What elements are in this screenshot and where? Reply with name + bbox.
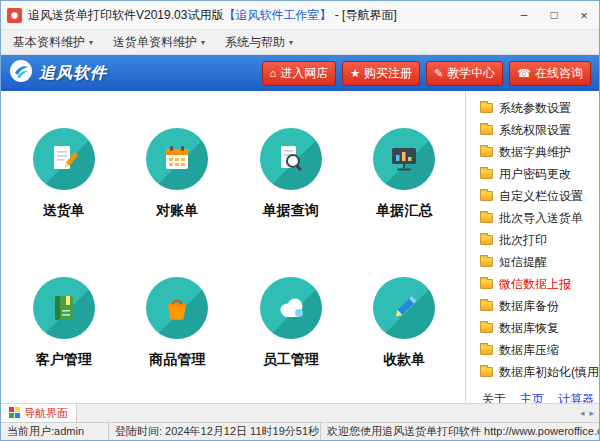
tile-document-query[interactable]: 单据查询 [234,99,348,248]
tile-customer-management[interactable]: 客户管理 [7,248,121,397]
tabbar: 导航界面 ◂ ▸ [1,403,599,422]
customer-management-icon [33,277,95,339]
button-label: 在线咨询 [535,65,583,82]
toolbar: 追风软件 ⌂ 进入网店 ★ 购买注册 ✎ 教学中心 ☎ 在线咨询 [1,55,599,91]
menu-label: 基本资料维护 [13,34,85,51]
folder-icon [480,147,493,157]
tile-delivery-note[interactable]: 送货单 [7,99,121,248]
employee-management-icon [260,277,322,339]
sidebar-item-db-compress[interactable]: 数据库压缩 [466,339,599,361]
folder-icon [480,257,493,267]
status-login-time: 登陆时间: 2024年12月12日 11时19分51秒 [109,423,321,440]
menu-delivery-note-data-maintenance[interactable]: 送货单资料维护 ▾ [103,30,215,54]
register-icon: ★ [350,68,360,79]
tab-scroll-left-icon[interactable]: ◂ [580,408,585,418]
window-title-doc: - [导航界面] [331,8,396,22]
tile-label: 单据汇总 [376,202,432,220]
support-icon: ☎ [517,68,531,79]
sidebar-item-system-permissions[interactable]: 系统权限设置 [466,119,599,141]
tab-scroll-controls: ◂ ▸ [580,404,599,422]
tile-label: 对账单 [156,202,198,220]
sidebar-item-user-password[interactable]: 用户密码更改 [466,163,599,185]
sidebar-item-custom-fields[interactable]: 自定义栏位设置 [466,185,599,207]
statement-icon [146,128,208,190]
sidebar-item-system-parameters[interactable]: 系统参数设置 [466,97,599,119]
buy-register-button[interactable]: ★ 购买注册 [342,61,420,86]
chevron-down-icon: ▾ [289,38,293,47]
product-management-icon [146,277,208,339]
folder-icon [480,279,493,289]
menu-label: 系统与帮助 [225,34,285,51]
menubar: 基本资料维护 ▾ 送货单资料维护 ▾ 系统与帮助 ▾ [1,30,599,55]
button-label: 进入网店 [280,65,328,82]
status-welcome-message: 欢迎您使用追风送货单打印软件 http://www.poweroffice.co… [321,423,599,440]
folder-icon [480,103,493,113]
document-query-icon [260,128,322,190]
brand-name: 追风软件 [39,63,107,84]
folder-icon [480,125,493,135]
window-controls: – □ × [509,1,599,29]
tab-navigation[interactable]: 导航界面 [1,404,77,422]
app-window: 追风送货单打印软件V2019.03试用版【追风软件工作室】 - [导航界面] –… [0,0,600,441]
toolbar-buttons: ⌂ 进入网店 ★ 购买注册 ✎ 教学中心 ☎ 在线咨询 [262,61,591,86]
online-support-button[interactable]: ☎ 在线咨询 [509,61,591,86]
sidebar-item-sms-reminder[interactable]: 短信提醒 [466,251,599,273]
folder-icon [480,345,493,355]
tile-label: 商品管理 [149,351,205,369]
content: 送货单 对账单 [1,91,599,403]
tile-receipt[interactable]: 收款单 [348,248,462,397]
shop-icon: ⌂ [270,68,277,79]
tile-label: 送货单 [43,202,85,220]
statusbar: 当前用户:admin 登陆时间: 2024年12月12日 11时19分51秒 欢… [1,422,599,440]
app-icon [7,8,22,23]
folder-icon [480,213,493,223]
menu-label: 送货单资料维护 [113,34,197,51]
tile-employee-management[interactable]: 员工管理 [234,248,348,397]
brand-logo-icon [9,59,33,87]
folder-icon [480,191,493,201]
menu-basic-data-maintenance[interactable]: 基本资料维护 ▾ [3,30,103,54]
maximize-button[interactable]: □ [539,1,569,29]
titlebar: 追风送货单打印软件V2019.03试用版【追风软件工作室】 - [导航界面] –… [1,1,599,30]
receipt-icon [373,277,435,339]
tile-label: 员工管理 [263,351,319,369]
tile-statement[interactable]: 对账单 [121,99,235,248]
folder-icon [480,367,493,377]
navigation-tab-icon [9,407,20,420]
sidebar-item-batch-print[interactable]: 批次打印 [466,229,599,251]
sidebar-item-db-restore[interactable]: 数据库恢复 [466,317,599,339]
menu-system-help[interactable]: 系统与帮助 ▾ [215,30,303,54]
sidebar-item-wechat-report[interactable]: 微信数据上报 [466,273,599,295]
tile-label: 客户管理 [36,351,92,369]
folder-icon [480,323,493,333]
learning-center-button[interactable]: ✎ 教学中心 [426,61,503,86]
sidebar-item-batch-import[interactable]: 批次导入送货单 [466,207,599,229]
chevron-down-icon: ▾ [89,38,93,47]
learning-icon: ✎ [434,68,443,79]
folder-icon [480,235,493,245]
tab-label: 导航界面 [24,406,68,421]
window-title: 追风送货单打印软件V2019.03试用版【追风软件工作室】 - [导航界面] [28,7,509,24]
window-title-main: 追风送货单打印软件V2019.03试用版 [28,8,223,22]
sidebar-item-db-initialize[interactable]: 数据库初始化(慎用) [466,361,599,383]
status-current-user: 当前用户:admin [1,423,109,440]
button-label: 教学中心 [447,65,495,82]
window-title-studio: 【追风软件工作室】 [223,8,331,22]
document-summary-icon [373,128,435,190]
minimize-button[interactable]: – [509,1,539,29]
sidebar-item-data-dictionary[interactable]: 数据字典维护 [466,141,599,163]
tile-document-summary[interactable]: 单据汇总 [348,99,462,248]
folder-icon [480,301,493,311]
tile-product-management[interactable]: 商品管理 [121,248,235,397]
folder-icon [480,169,493,179]
tile-label: 收款单 [383,351,425,369]
enter-shop-button[interactable]: ⌂ 进入网店 [262,61,337,86]
button-label: 购买注册 [364,65,412,82]
close-button[interactable]: × [569,1,599,29]
delivery-note-icon [33,128,95,190]
main-tiles: 送货单 对账单 [1,91,465,403]
tab-scroll-right-icon[interactable]: ▸ [589,408,594,418]
chevron-down-icon: ▾ [201,38,205,47]
sidebar-item-db-backup[interactable]: 数据库备份 [466,295,599,317]
tile-label: 单据查询 [263,202,319,220]
